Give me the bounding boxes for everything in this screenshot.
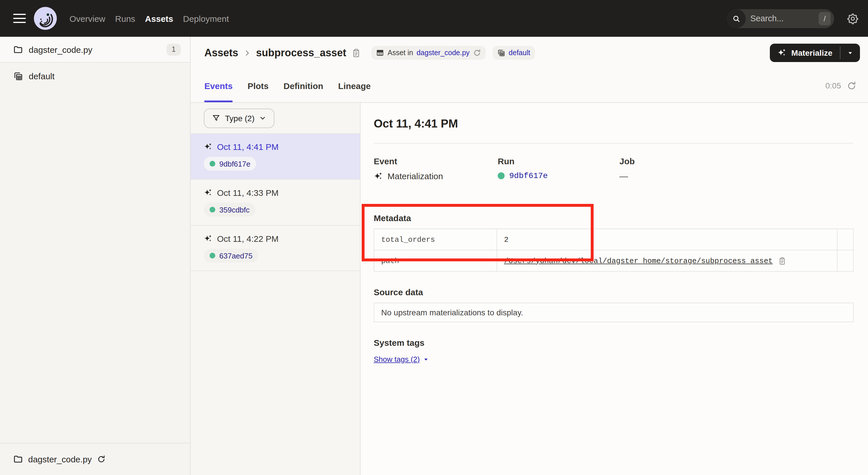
asset-tags: Asset in dagster_code.py xyxy=(371,46,535,60)
asset-group-link[interactable]: default xyxy=(508,49,530,57)
materialization-sparkle-icon xyxy=(778,48,787,57)
job-empty-value: — xyxy=(619,171,628,181)
tab-definition[interactable]: Definition xyxy=(284,69,323,102)
materialize-dropdown-button[interactable] xyxy=(840,43,860,62)
source-data-empty-state: No upstream materializations to display. xyxy=(374,303,854,322)
caret-down-icon xyxy=(423,356,429,362)
event-column: Event Materialization xyxy=(374,156,498,181)
sidebar-item-default-group[interactable]: default xyxy=(0,63,190,89)
event-list-item[interactable]: Oct 11, 4:41 PM 9dbf617e xyxy=(191,133,360,179)
nav-item-deployment[interactable]: Deployment xyxy=(183,11,229,26)
event-timestamp: Oct 11, 4:33 PM xyxy=(217,188,279,198)
menu-icon[interactable] xyxy=(13,13,26,23)
run-id-link[interactable]: 9dbf617e xyxy=(509,171,548,180)
run-id-pill[interactable]: 9dbf617e xyxy=(204,157,256,171)
event-type-filter-button[interactable]: Type (2) xyxy=(204,108,275,128)
nav-item-assets[interactable]: Assets xyxy=(145,11,173,26)
asset-count-badge: 1 xyxy=(166,43,181,55)
asset-page-header: Assets subprocess_asset xyxy=(191,37,868,103)
code-location-label: dagster_code.py xyxy=(28,454,92,464)
run-id: 359cdbfc xyxy=(219,205,250,214)
show-tags-toggle[interactable]: Show tags (2) xyxy=(374,355,429,363)
sidebar-item-code-location[interactable]: dagster_code.py 1 xyxy=(0,37,190,63)
materialization-sparkle-icon xyxy=(204,143,212,151)
breadcrumb: Assets subprocess_asset xyxy=(205,47,361,59)
metadata-value: 2 xyxy=(497,229,837,250)
folder-icon xyxy=(13,44,23,54)
system-tags-heading: System tags xyxy=(374,338,854,348)
event-type-value: Materialization xyxy=(388,171,443,181)
event-label: Event xyxy=(374,156,498,166)
reload-icon[interactable] xyxy=(473,49,481,57)
tab-plots[interactable]: Plots xyxy=(247,69,268,102)
breadcrumb-assets-link[interactable]: Assets xyxy=(205,47,238,59)
copy-path-icon[interactable] xyxy=(778,257,786,265)
metadata-path-link[interactable]: /Users/yuhan/dev/local/dagster_home/stor… xyxy=(504,257,773,265)
run-id: 637aed75 xyxy=(219,251,253,260)
materialization-sparkle-icon xyxy=(204,188,212,197)
auto-refresh-timer: 0:05 xyxy=(826,81,857,90)
asset-tabs: Events Plots Definition Lineage xyxy=(205,69,371,102)
run-status-dot xyxy=(498,172,505,179)
reload-icon[interactable] xyxy=(97,455,105,464)
run-status-dot xyxy=(210,253,215,259)
event-timestamp: Oct 11, 4:22 PM xyxy=(217,234,279,243)
nav-item-runs[interactable]: Runs xyxy=(115,11,135,26)
code-location-status: dagster_code.py xyxy=(0,443,190,475)
run-status-dot xyxy=(210,207,215,212)
global-search: / xyxy=(727,9,834,28)
materialize-label: Materialize xyxy=(792,48,832,57)
job-label: Job xyxy=(619,156,854,166)
run-column: Run 9dbf617e xyxy=(498,156,619,181)
nav-item-overview[interactable]: Overview xyxy=(69,11,105,26)
gear-icon[interactable] xyxy=(847,12,859,24)
event-detail-panel: Oct 11, 4:41 PM Event Materi xyxy=(361,103,868,475)
filter-icon xyxy=(212,114,220,122)
sidebar-item-label: dagster_code.py xyxy=(29,44,92,54)
top-navigation-bar: Overview Runs Assets Deployment / xyxy=(0,0,868,37)
divider xyxy=(374,143,854,144)
search-input[interactable] xyxy=(746,14,818,23)
search-icon xyxy=(727,9,746,28)
refresh-icon[interactable] xyxy=(847,81,857,90)
metadata-key: path xyxy=(374,250,497,271)
event-detail-title: Oct 11, 4:41 PM xyxy=(374,115,854,131)
table-row: path /Users/yuhan/dev/local/dagster_home… xyxy=(374,250,853,271)
filter-label: Type (2) xyxy=(225,113,255,123)
run-status-dot xyxy=(210,161,215,167)
table-row: total_orders 2 xyxy=(374,229,853,250)
sidebar-item-label: default xyxy=(29,71,55,81)
asset-group-tag: default xyxy=(493,46,535,60)
run-label: Run xyxy=(498,156,619,166)
asset-location-tag: Asset in dagster_code.py xyxy=(371,46,486,60)
table-cell-empty xyxy=(837,229,853,250)
caret-down-icon xyxy=(847,50,854,56)
source-data-empty-message: No upstream materializations to display. xyxy=(381,308,523,317)
event-list-item[interactable]: Oct 11, 4:33 PM 359cdbfc xyxy=(191,179,360,225)
show-tags-label: Show tags (2) xyxy=(374,355,420,363)
chevron-down-icon xyxy=(259,114,267,122)
asset-group-icon xyxy=(13,71,23,81)
tab-lineage[interactable]: Lineage xyxy=(338,69,371,102)
run-id: 9dbf617e xyxy=(219,159,250,168)
refresh-countdown: 0:05 xyxy=(826,81,841,90)
dagster-logo-icon[interactable] xyxy=(34,7,57,30)
table-icon xyxy=(376,49,384,57)
code-location-link[interactable]: dagster_code.py xyxy=(416,49,470,57)
run-id-pill[interactable]: 359cdbfc xyxy=(204,203,255,216)
tab-events[interactable]: Events xyxy=(205,69,232,102)
copy-asset-name-icon[interactable] xyxy=(351,48,361,58)
chevron-right-icon xyxy=(243,49,251,57)
materialize-button[interactable]: Materialize xyxy=(770,43,840,62)
materialization-sparkle-icon xyxy=(374,172,383,181)
tag-prefix: Asset in xyxy=(388,49,413,57)
source-data-heading: Source data xyxy=(374,287,854,297)
run-id-pill[interactable]: 637aed75 xyxy=(204,249,258,263)
primary-nav: Overview Runs Assets Deployment xyxy=(69,11,229,26)
materialization-sparkle-icon xyxy=(204,234,212,243)
materialize-split-button: Materialize xyxy=(770,43,860,62)
asset-group-icon xyxy=(497,49,505,57)
event-list-item[interactable]: Oct 11, 4:22 PM 637aed75 xyxy=(191,225,360,271)
dagster-app: Overview Runs Assets Deployment / xyxy=(0,0,868,475)
asset-name-title: subprocess_asset xyxy=(256,47,346,59)
